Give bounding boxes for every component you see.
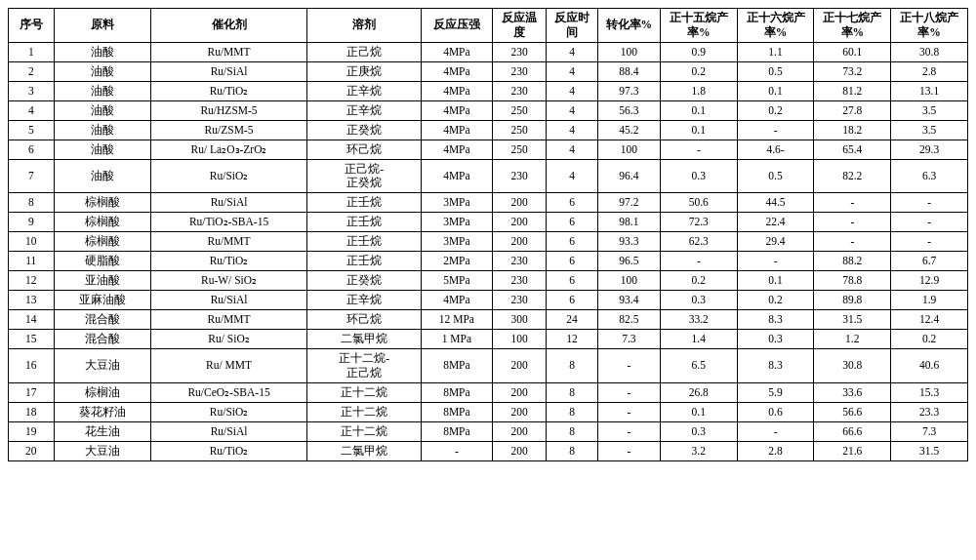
cell-c18: 31.5 bbox=[891, 441, 968, 460]
cell-c18: 40.6 bbox=[891, 348, 968, 382]
cell-time: 4 bbox=[547, 100, 598, 120]
cell-pres: 2MPa bbox=[421, 252, 492, 271]
cell-conv: 97.2 bbox=[597, 193, 660, 213]
cell-raw: 油酸 bbox=[54, 140, 150, 159]
cell-raw: 油酸 bbox=[54, 159, 150, 193]
cell-conv: 100 bbox=[597, 42, 660, 61]
cell-sol: 正癸烷 bbox=[307, 120, 422, 140]
cell-temp: 200 bbox=[492, 348, 546, 382]
cell-time: 8 bbox=[547, 402, 598, 421]
cell-conv: - bbox=[597, 382, 660, 402]
cell-c15: 0.3 bbox=[660, 291, 737, 310]
cell-temp: 230 bbox=[492, 42, 546, 61]
cell-seq: 13 bbox=[9, 291, 55, 310]
cell-pres: 4MPa bbox=[421, 42, 492, 61]
cell-seq: 7 bbox=[9, 159, 55, 193]
cell-time: 4 bbox=[547, 140, 598, 159]
cell-c16: 1.1 bbox=[737, 42, 814, 61]
cell-pres: 3MPa bbox=[421, 213, 492, 232]
cell-c17: 73.2 bbox=[814, 61, 891, 81]
cell-c18: - bbox=[891, 213, 968, 232]
table-row: 7油酸Ru/SiO₂正己烷-正癸烷4MPa230496.40.30.582.26… bbox=[9, 159, 968, 193]
cell-time: 4 bbox=[547, 61, 598, 81]
table-row: 17棕榈油Ru/CeO₂-SBA-15正十二烷8MPa2008-26.85.93… bbox=[9, 382, 968, 402]
cell-cat: Ru/SiO₂ bbox=[150, 159, 306, 193]
cell-temp: 230 bbox=[492, 159, 546, 193]
table-row: 20大豆油Ru/TiO₂二氯甲烷-2008-3.22.821.631.5 bbox=[9, 441, 968, 460]
cell-time: 6 bbox=[547, 271, 598, 291]
cell-seq: 10 bbox=[9, 232, 55, 252]
cell-pres: 4MPa bbox=[421, 291, 492, 310]
cell-seq: 12 bbox=[9, 271, 55, 291]
cell-c15: 3.2 bbox=[660, 441, 737, 460]
cell-pres: 5MPa bbox=[421, 271, 492, 291]
cell-seq: 18 bbox=[9, 402, 55, 421]
cell-pres: 4MPa bbox=[421, 100, 492, 120]
cell-pres: 12 MPa bbox=[421, 310, 492, 330]
cell-c15: 1.4 bbox=[660, 329, 737, 348]
cell-c16: 8.3 bbox=[737, 348, 814, 382]
col-c15: 正十五烷产率% bbox=[660, 9, 737, 43]
cell-cat: Ru/TiO₂ bbox=[150, 252, 306, 271]
table-row: 3油酸Ru/TiO₂正辛烷4MPa230497.31.80.181.213.1 bbox=[9, 81, 968, 100]
col-c17: 正十七烷产率% bbox=[814, 9, 891, 43]
table-row: 10棕榈酸Ru/MMT正壬烷3MPa200693.362.329.4-- bbox=[9, 232, 968, 252]
cell-time: 4 bbox=[547, 81, 598, 100]
cell-cat: Ru/MMT bbox=[150, 232, 306, 252]
cell-time: 8 bbox=[547, 421, 598, 441]
table-row: 6油酸Ru/ La₂O₃-ZrO₂环己烷4MPa2504100-4.6-65.4… bbox=[9, 140, 968, 159]
cell-c15: 1.8 bbox=[660, 81, 737, 100]
table-row: 9棕榈酸Ru/TiO₂-SBA-15正壬烷3MPa200698.172.322.… bbox=[9, 213, 968, 232]
cell-temp: 250 bbox=[492, 100, 546, 120]
cell-conv: 88.4 bbox=[597, 61, 660, 81]
cell-cat: Ru/ZSM-5 bbox=[150, 120, 306, 140]
cell-cat: Ru/SiAl bbox=[150, 421, 306, 441]
cell-conv: - bbox=[597, 348, 660, 382]
cell-c18: 6.3 bbox=[891, 159, 968, 193]
table-row: 2油酸Ru/SiAl正庚烷4MPa230488.40.20.573.22.8 bbox=[9, 61, 968, 81]
cell-c16: 22.4 bbox=[737, 213, 814, 232]
cell-c15: 0.1 bbox=[660, 402, 737, 421]
cell-c15: 0.1 bbox=[660, 100, 737, 120]
cell-c15: 50.6 bbox=[660, 193, 737, 213]
cell-c17: - bbox=[814, 193, 891, 213]
cell-sol: 正壬烷 bbox=[307, 213, 422, 232]
cell-c18: - bbox=[891, 232, 968, 252]
cell-seq: 8 bbox=[9, 193, 55, 213]
cell-sol: 正壬烷 bbox=[307, 252, 422, 271]
cell-c15: 72.3 bbox=[660, 213, 737, 232]
cell-sol: 正癸烷 bbox=[307, 271, 422, 291]
table-row: 16大豆油Ru/ MMT正十二烷-正己烷8MPa2008-6.58.330.84… bbox=[9, 348, 968, 382]
cell-temp: 230 bbox=[492, 271, 546, 291]
cell-pres: 4MPa bbox=[421, 140, 492, 159]
cell-time: 4 bbox=[547, 42, 598, 61]
cell-c18: - bbox=[891, 193, 968, 213]
cell-sol: 正壬烷 bbox=[307, 193, 422, 213]
cell-c15: 6.5 bbox=[660, 348, 737, 382]
cell-conv: 96.5 bbox=[597, 252, 660, 271]
cell-c15: 0.1 bbox=[660, 120, 737, 140]
cell-cat: Ru/ La₂O₃-ZrO₂ bbox=[150, 140, 306, 159]
data-table: 序号 原料 催化剂 溶剂 反应压强 反应温度 反应时间 转化率% 正十五烷产率%… bbox=[8, 8, 968, 461]
cell-raw: 棕榈油 bbox=[54, 382, 150, 402]
cell-seq: 20 bbox=[9, 441, 55, 460]
cell-seq: 11 bbox=[9, 252, 55, 271]
cell-c16: 8.3 bbox=[737, 310, 814, 330]
cell-raw: 大豆油 bbox=[54, 441, 150, 460]
cell-c17: 60.1 bbox=[814, 42, 891, 61]
cell-pres: 3MPa bbox=[421, 193, 492, 213]
cell-conv: - bbox=[597, 402, 660, 421]
cell-c16: 5.9 bbox=[737, 382, 814, 402]
table-row: 4油酸Ru/HZSM-5正辛烷4MPa250456.30.10.227.83.5 bbox=[9, 100, 968, 120]
cell-c17: 30.8 bbox=[814, 348, 891, 382]
cell-temp: 230 bbox=[492, 81, 546, 100]
cell-c16: - bbox=[737, 421, 814, 441]
cell-seq: 14 bbox=[9, 310, 55, 330]
cell-c18: 7.3 bbox=[891, 421, 968, 441]
cell-c18: 6.7 bbox=[891, 252, 968, 271]
cell-c16: 4.6- bbox=[737, 140, 814, 159]
cell-sol: 正庚烷 bbox=[307, 61, 422, 81]
cell-c16: 0.5 bbox=[737, 159, 814, 193]
cell-pres: 4MPa bbox=[421, 159, 492, 193]
cell-cat: Ru/MMT bbox=[150, 310, 306, 330]
